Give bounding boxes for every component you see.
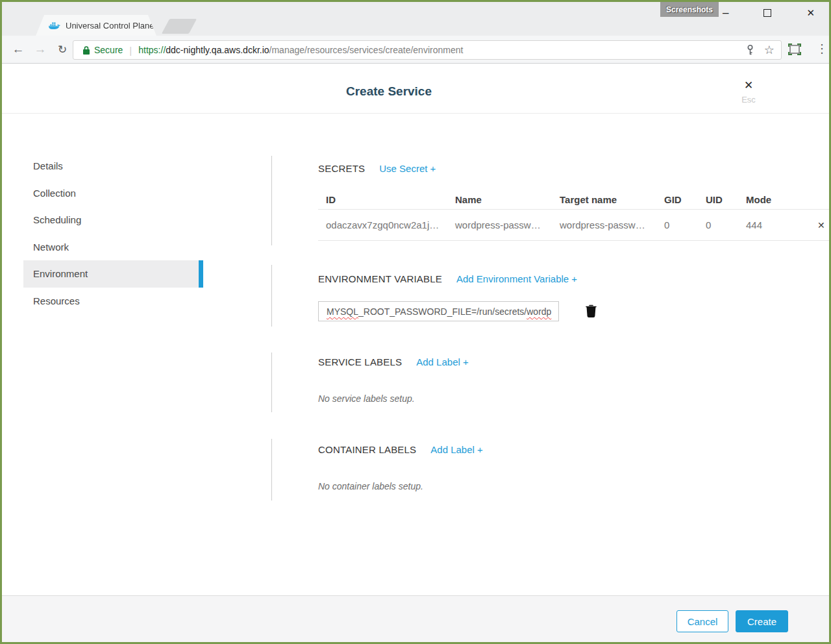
address-bar[interactable]: Secure | https://ddc-nightly.qa.aws.dckr… (73, 40, 782, 60)
add-service-label-link[interactable]: Add Label + (416, 356, 469, 367)
docker-whale-icon (49, 21, 60, 30)
sidebar-item-resources[interactable]: Resources (23, 288, 203, 315)
secrets-section-header: SECRETS Use Secret + (318, 163, 436, 174)
refresh-icon[interactable]: ↻ (51, 43, 73, 56)
modal-header: Create Service ✕ Esc (2, 64, 829, 114)
secrets-table-header: ID Name Target name GID UID Mode (318, 190, 829, 210)
remove-secret-icon[interactable]: ✕ (817, 220, 825, 230)
create-button[interactable]: Create (736, 610, 788, 632)
tab-title: Universal Control Plane (66, 21, 155, 31)
url-text[interactable]: https://ddc-nightly.qa.aws.dckr.io/manag… (138, 45, 741, 55)
container-labels-empty-text: No container labels setup. (318, 481, 423, 491)
browser-window: Universal Control Plane ✕ Screenshots – … (0, 0, 831, 644)
env-value-part2: _ROOT_PASSWORD_FILE=/run/secrets/ (358, 306, 527, 317)
secrets-table: ID Name Target name GID UID Mode odaczav… (318, 190, 829, 241)
create-service-page: Create Service ✕ Esc Details Collection … (2, 64, 829, 642)
close-icon[interactable]: ✕ (734, 80, 763, 92)
env-variable-input[interactable]: MYSQL_ROOT_PASSWORD_FILE=/run/secrets/wo… (318, 301, 559, 321)
window-controls: – ✕ (717, 2, 820, 24)
col-header-mode: Mode (746, 194, 803, 205)
page-title: Create Service (2, 84, 776, 99)
new-tab-button[interactable] (162, 19, 197, 34)
cell-gid: 0 (664, 219, 706, 230)
env-heading: ENVIRONMENT VARIABLE (318, 273, 442, 284)
cell-uid: 0 (706, 219, 746, 230)
cell-name: wordpress-passw… (455, 219, 560, 230)
cell-target-name: wordpress-passw… (560, 219, 664, 230)
browser-toolbar: ← → ↻ Secure | https://ddc-nightly.qa.aw… (2, 36, 829, 64)
cell-mode: 444 (746, 219, 803, 230)
esc-hint: Esc (734, 95, 763, 105)
screenshot-extension-icon[interactable] (788, 43, 802, 56)
container-labels-heading: CONTAINER LABELS (318, 444, 416, 455)
sidebar-item-details[interactable]: Details (23, 153, 203, 180)
forward-icon[interactable]: → (29, 42, 51, 56)
col-header-id: ID (318, 194, 455, 205)
table-row: odaczavx7zgq0ncw2a1j… wordpress-passw… w… (318, 210, 829, 241)
url-path: /manage/resources/services/create/enviro… (269, 45, 464, 55)
sidebar-item-network[interactable]: Network (23, 234, 203, 261)
maximize-button[interactable] (763, 9, 771, 17)
section-divider (271, 156, 272, 245)
sidebar: Details Collection Scheduling Network En… (23, 153, 203, 314)
col-header-name: Name (455, 194, 560, 205)
cell-id: odaczavx7zgq0ncw2a1j… (318, 219, 455, 230)
col-header-gid: GID (664, 194, 706, 205)
screenshots-badge: Screenshots (660, 2, 719, 17)
env-section-header: ENVIRONMENT VARIABLE Add Environment Var… (318, 273, 577, 284)
url-scheme: https:// (138, 45, 166, 55)
modal-footer: Cancel Create (2, 595, 829, 642)
col-header-uid: UID (706, 194, 746, 205)
trash-icon[interactable] (586, 304, 597, 317)
sidebar-item-collection[interactable]: Collection (23, 180, 203, 207)
add-container-label-link[interactable]: Add Label + (430, 444, 483, 455)
add-env-variable-link[interactable]: Add Environment Variable + (456, 273, 577, 284)
modal-close: ✕ Esc (734, 80, 763, 105)
browser-tab[interactable]: Universal Control Plane ✕ (36, 15, 156, 36)
section-divider (271, 353, 272, 412)
menu-dots-icon[interactable]: ⋮ (816, 42, 828, 56)
back-icon[interactable]: ← (7, 42, 29, 56)
sidebar-item-scheduling[interactable]: Scheduling (23, 206, 203, 234)
sidebar-item-environment[interactable]: Environment (23, 260, 203, 288)
secure-label[interactable]: Secure (94, 45, 123, 55)
section-divider (271, 265, 272, 327)
cancel-button[interactable]: Cancel (676, 610, 728, 632)
secrets-heading: SECRETS (318, 163, 365, 174)
lock-icon (82, 45, 90, 55)
service-labels-heading: SERVICE LABELS (318, 356, 402, 367)
password-key-icon[interactable] (747, 45, 754, 55)
url-host: ddc-nightly.qa.aws.dckr.io (166, 45, 269, 55)
minimize-button[interactable]: – (717, 10, 734, 16)
col-header-target-name: Target name (560, 194, 664, 205)
service-labels-header: SERVICE LABELS Add Label + (318, 356, 469, 367)
title-bar: Universal Control Plane ✕ Screenshots – … (2, 2, 829, 36)
service-labels-empty-text: No service labels setup. (318, 393, 415, 404)
container-labels-header: CONTAINER LABELS Add Label + (318, 444, 483, 455)
window-close-button[interactable]: ✕ (801, 7, 820, 19)
env-value-part1: MYSQL (327, 306, 358, 317)
env-value-part3: wordp (527, 306, 551, 317)
bookmark-star-icon[interactable]: ☆ (764, 44, 775, 56)
omnibox-divider: | (129, 45, 132, 56)
section-divider (271, 439, 272, 501)
omnibox-actions: ☆ (747, 44, 775, 56)
use-secret-link[interactable]: Use Secret + (379, 163, 436, 174)
